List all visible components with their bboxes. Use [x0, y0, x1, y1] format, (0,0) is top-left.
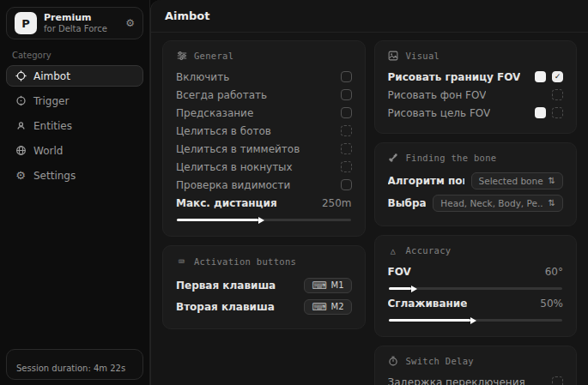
left-column: General Включить Всегда работать Предска… [162, 40, 366, 385]
content: General Включить Всегда работать Предска… [151, 33, 588, 385]
checkbox-target-teammates[interactable] [341, 143, 352, 154]
bone-row: Алгоритм поиска кост Selected bone ⇅ [388, 170, 564, 192]
visual-label: Рисовать границу FOV [388, 71, 521, 83]
brand-logo: P [15, 12, 37, 34]
crosshair-icon [15, 70, 27, 81]
checkbox-visibility-check[interactable] [341, 179, 352, 190]
checkbox-always-work[interactable] [341, 89, 352, 100]
keybind-value: M2 [331, 302, 344, 311]
sidebar-item-entities[interactable]: Entities [6, 115, 143, 136]
entities-icon [15, 120, 27, 131]
checkbox-draw-fov-target[interactable] [552, 107, 563, 118]
slider-fill[interactable] [177, 219, 258, 221]
switch-delay-card-header: Switch Delay [388, 356, 564, 366]
select-value: Head, Neck, Body, Pe.. [440, 198, 543, 208]
slider-label: Макс. дистанция [176, 197, 277, 209]
keybind-value: M1 [331, 280, 344, 290]
unfold-icon: ⇅ [549, 199, 555, 208]
sidebar-item-label: Entities [33, 120, 72, 132]
general-card-header: General [176, 51, 352, 61]
sidebar-nav: Aimbot Trigger Entities World ⚙ Settings [0, 65, 149, 186]
slider-fill[interactable] [389, 287, 411, 290]
bone-card: Finding the bone Алгоритм поиска кост Se… [374, 142, 578, 226]
visual-card-header: Visual [388, 51, 564, 61]
checkbox-target-bots[interactable] [341, 125, 352, 136]
main-header: Aimbot [151, 0, 588, 33]
keybind-button-second[interactable]: ⌨ M2 [304, 299, 351, 315]
sidebar-item-label: Settings [33, 170, 76, 182]
select-value: Selected bone [479, 176, 543, 186]
switch-delay-card-title: Switch Delay [406, 356, 474, 366]
slider-label: Сглаживание [388, 298, 468, 310]
keybind-row: Вторая клавиша ⌨ M2 [176, 296, 352, 317]
sidebar-item-settings[interactable]: ⚙ Settings [6, 165, 143, 186]
max-distance-slider[interactable] [177, 219, 351, 221]
checkbox-target-knocked[interactable] [341, 161, 352, 172]
activation-card-header: ⌨ Activation buttons [176, 256, 352, 268]
slider-value: 250m [322, 197, 352, 209]
slider-row: Макс. дистанция 250m [176, 194, 352, 212]
bone-algorithm-select[interactable]: Selected bone ⇅ [471, 172, 563, 189]
toggle-label: Целиться в нокнутых [176, 161, 293, 173]
sidebar-item-world[interactable]: World [6, 140, 143, 161]
checkbox-draw-fov-border[interactable]: ✓ [552, 71, 563, 82]
checkbox-switch-delay[interactable] [552, 376, 563, 385]
keyboard-icon: ⌨ [312, 302, 326, 312]
general-card: General Включить Всегда работать Предска… [162, 40, 366, 237]
toggle-label: Всегда работать [176, 89, 267, 101]
settings-gear-icon: ⚙ [15, 169, 27, 182]
visual-row: Рисовать фон FOV [388, 86, 564, 104]
toggle-label: Задержка переключения [388, 376, 525, 385]
activation-card: ⌨ Activation buttons Первая клавиша ⌨ M1… [162, 245, 366, 329]
smoothing-slider[interactable] [389, 319, 563, 322]
switch-delay-card: Switch Delay Задержка переключения Задер… [374, 346, 578, 385]
session-duration-box: Session duration: 4m 22s [6, 349, 143, 380]
toggle-label: Проверка видимости [176, 179, 290, 191]
toggle-row: Проверка видимости [176, 176, 352, 194]
checkbox-enable[interactable] [341, 71, 352, 82]
accuracy-card-title: Accuracy [406, 245, 452, 256]
checkbox-prediction[interactable] [341, 107, 352, 118]
globe-icon [15, 145, 27, 156]
sidebar: P Premium for Delta Force ⚙ Category Aim… [0, 0, 150, 385]
image-icon [388, 51, 399, 61]
slider-value: 60° [545, 266, 563, 278]
toggle-label: Включить [176, 71, 229, 83]
slider-fill[interactable] [389, 319, 470, 322]
color-swatch[interactable] [535, 107, 546, 118]
session-duration-text: Session duration: 4m 22s [16, 364, 125, 373]
keyboard-icon: ⌨ [312, 280, 326, 291]
slider-row: FOV 60° [388, 262, 564, 280]
bone-card-title: Finding the bone [406, 153, 497, 163]
unfold-icon: ⇅ [549, 177, 555, 185]
keyboard-icon: ⌨ [176, 256, 187, 268]
accuracy-card: △ Accuracy FOV 60° Сглаживание 50% [374, 235, 578, 337]
brand-title: Premium [44, 13, 118, 24]
brand-subtitle: for Delta Force [44, 24, 118, 34]
sidebar-item-aimbot[interactable]: Aimbot [6, 65, 143, 87]
general-card-title: General [194, 51, 233, 61]
sidebar-item-label: Trigger [33, 95, 69, 107]
main-panel: Aimbot General Включить Всегда работать [150, 0, 588, 385]
visual-label: Рисовать фон FOV [388, 89, 487, 101]
color-swatch[interactable] [535, 71, 546, 82]
bone-row: Выбранные кос Head, Neck, Body, Pe.. ⇅ [388, 192, 564, 214]
toggle-row: Целиться в нокнутых [176, 158, 352, 176]
category-label: Category [12, 51, 149, 60]
gear-icon[interactable]: ⚙ [125, 17, 135, 29]
keybind-button-first[interactable]: ⌨ M1 [304, 278, 351, 293]
toggle-row: Всегда работать [176, 86, 352, 104]
selected-bones-select[interactable]: Head, Neck, Body, Pe.. ⇅ [433, 195, 563, 212]
bone-label: Выбранные кос [388, 197, 427, 209]
bone-label: Алгоритм поиска кост [388, 175, 464, 187]
keybind-label: Вторая клавиша [176, 301, 275, 313]
slider-row: Сглаживание 50% [388, 294, 564, 312]
bone-card-header: Finding the bone [388, 153, 564, 163]
timer-icon [388, 356, 399, 366]
checkbox-draw-fov-background[interactable] [552, 89, 563, 100]
sidebar-item-trigger[interactable]: Trigger [6, 90, 143, 111]
fov-slider[interactable] [389, 287, 563, 290]
visual-controls [535, 107, 563, 118]
sidebar-item-label: World [33, 145, 63, 157]
brand-box: P Premium for Delta Force ⚙ [6, 7, 143, 39]
